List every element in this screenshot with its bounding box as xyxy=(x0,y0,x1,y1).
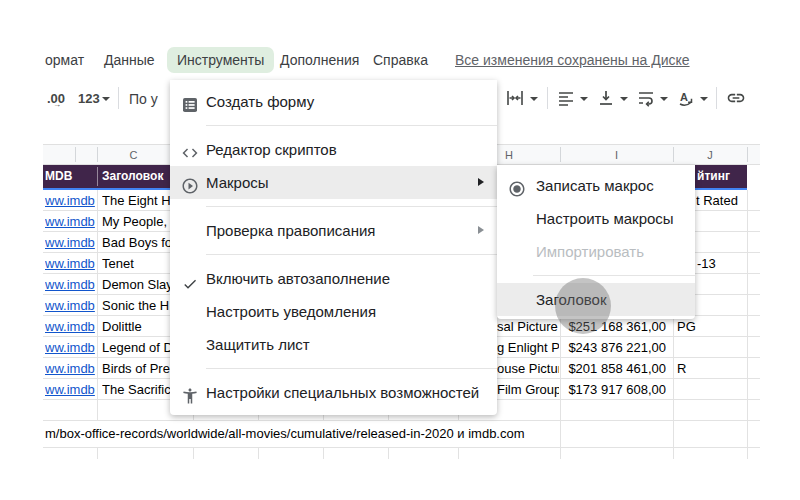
rating-cell[interactable]: PG xyxy=(677,316,743,337)
gross-cell[interactable]: $243 876 221,00 xyxy=(562,337,666,358)
submenu-item-import: Импортировать xyxy=(497,235,695,268)
title-cell[interactable]: Sonic the H xyxy=(102,295,170,316)
menubar-item-addons[interactable]: Дополнения xyxy=(280,47,359,73)
studio-cell[interactable]: ouse Pictur xyxy=(497,358,559,379)
menu-item-label: Настроить уведомления xyxy=(206,303,376,320)
horizontal-align-caret-icon[interactable] xyxy=(580,97,588,101)
column-header-c[interactable]: C xyxy=(97,147,170,164)
imdb-link-cell[interactable]: ww.imdb xyxy=(45,337,97,358)
title-cell[interactable]: My People, xyxy=(102,211,170,232)
column-header-j[interactable]: J xyxy=(673,147,747,164)
menu-item-label: Редактор скриптов xyxy=(206,141,337,158)
rating-cell[interactable]: -13 xyxy=(697,253,747,274)
studio-cell[interactable]: g Enlight Pi xyxy=(497,337,559,358)
submenu-item-manage-macros[interactable]: Настроить макросы xyxy=(497,202,695,235)
grid-vline xyxy=(323,447,324,459)
imdb-link-cell[interactable]: ww.imdb xyxy=(45,295,97,316)
vertical-align-icon[interactable] xyxy=(596,88,616,108)
number-format-caret-icon[interactable] xyxy=(102,97,110,101)
column-header-i[interactable]: I xyxy=(560,147,673,164)
menu-divider xyxy=(206,206,497,207)
toolbar-separator xyxy=(716,87,717,109)
merge-cells-icon[interactable] xyxy=(505,88,525,108)
grid-vline xyxy=(258,447,259,459)
studio-cell[interactable]: sal Picture xyxy=(497,316,559,337)
code-icon xyxy=(181,140,199,158)
menu-divider xyxy=(206,368,497,369)
imdb-link-cell[interactable]: ww.imdb xyxy=(45,211,97,232)
text-wrap-caret-icon[interactable] xyxy=(660,97,668,101)
submenu-item-label: Импортировать xyxy=(536,243,644,260)
vertical-align-caret-icon[interactable] xyxy=(620,97,628,101)
play-circle-icon xyxy=(181,173,199,191)
menu-item-label: Проверка правописания xyxy=(206,222,375,239)
menubar-item-tools[interactable]: Инструменты xyxy=(167,47,274,73)
title-cell[interactable]: Legend of D xyxy=(102,337,170,358)
toolbar-separator xyxy=(547,87,548,109)
studio-cell[interactable]: Film Group xyxy=(497,379,559,400)
gross-cell[interactable]: $173 917 608,00 xyxy=(562,379,666,400)
table-header-divider xyxy=(97,167,98,186)
title-cell[interactable]: Dolittle xyxy=(102,316,170,337)
header-cell-imdb[interactable]: MDB xyxy=(45,165,95,188)
grid-vline xyxy=(388,447,389,459)
header-cell-title[interactable]: Заголовок xyxy=(102,165,168,188)
submenu-item-label: Записать макрос xyxy=(536,177,654,194)
grid-vline xyxy=(97,190,98,420)
column-header-divider xyxy=(747,147,748,162)
form-icon xyxy=(181,92,199,110)
imdb-link-cell[interactable]: ww.imdb xyxy=(45,253,97,274)
submenu-item-label: Настроить макросы xyxy=(536,210,674,227)
menu-divider xyxy=(533,275,695,276)
menu-item-autocomplete[interactable]: Включить автозаполнение xyxy=(170,262,497,295)
menu-divider xyxy=(206,254,497,255)
text-rotation-icon[interactable]: A xyxy=(676,88,696,108)
horizontal-align-icon[interactable] xyxy=(556,88,576,108)
imdb-link-cell[interactable]: ww.imdb xyxy=(45,190,97,211)
menu-item-accessibility[interactable]: Настройки специальных возможностей xyxy=(170,376,497,409)
grid-vline xyxy=(458,447,459,459)
menubar-item-data[interactable]: Данные xyxy=(104,47,155,73)
title-cell[interactable]: Demon Slay xyxy=(102,274,170,295)
title-cell[interactable]: Tenet xyxy=(102,253,170,274)
menu-item-create-form[interactable]: Создать форму xyxy=(170,85,497,118)
menu-item-protect-sheet[interactable]: Защитить лист xyxy=(170,328,497,361)
menu-item-label: Настройки специальных возможностей xyxy=(206,384,479,401)
column-header-divider xyxy=(75,147,76,162)
menu-item-label: Создать форму xyxy=(206,93,314,110)
text-rotation-caret-icon[interactable] xyxy=(700,97,708,101)
menu-item-macros[interactable]: Макросы xyxy=(170,166,497,199)
gross-cell[interactable]: $201 858 461,00 xyxy=(562,358,666,379)
number-format-button[interactable]: 123 xyxy=(78,89,100,109)
title-cell[interactable]: The Eight H xyxy=(102,190,170,211)
grid-vline xyxy=(193,447,194,459)
menu-item-script-editor[interactable]: Редактор скриптов xyxy=(170,133,497,166)
title-cell[interactable]: Birds of Pre xyxy=(102,358,170,379)
link-icon[interactable] xyxy=(726,88,746,108)
imdb-link-cell[interactable]: ww.imdb xyxy=(45,379,97,400)
menubar-item-format[interactable]: ормат xyxy=(45,47,84,73)
footer-note-cell[interactable]: m/box-office-records/worldwide/all-movie… xyxy=(45,420,525,447)
rating-cell[interactable]: t Rated xyxy=(696,190,746,211)
menubar-item-help[interactable]: Справка xyxy=(373,47,428,73)
menu-item-spell-check[interactable]: Проверка правописания xyxy=(170,214,497,247)
menu-item-label: Защитить лист xyxy=(206,336,310,353)
save-status-link[interactable]: Все изменения сохранены на Диске xyxy=(455,47,690,73)
menu-item-notifications[interactable]: Настроить уведомления xyxy=(170,295,497,328)
menu-item-label: Макросы xyxy=(206,174,269,191)
decrease-decimal-arrow-icon: → xyxy=(53,100,61,109)
font-selector[interactable]: По у xyxy=(129,89,158,109)
title-cell[interactable]: The Sacrific xyxy=(102,379,170,400)
title-cell[interactable]: Bad Boys fo xyxy=(102,232,170,253)
record-icon xyxy=(508,176,526,194)
imdb-link-cell[interactable]: ww.imdb xyxy=(45,274,97,295)
rating-cell[interactable]: R xyxy=(677,358,743,379)
submenu-item-record-macro[interactable]: Записать макрос xyxy=(497,169,695,202)
header-cell-rating[interactable]: йтинг xyxy=(697,165,745,188)
imdb-link-cell[interactable]: ww.imdb xyxy=(45,316,97,337)
menu-divider xyxy=(206,125,497,126)
text-wrap-icon[interactable] xyxy=(636,88,656,108)
merge-cells-caret-icon[interactable] xyxy=(530,97,538,101)
imdb-link-cell[interactable]: ww.imdb xyxy=(45,232,97,253)
imdb-link-cell[interactable]: ww.imdb xyxy=(45,358,97,379)
